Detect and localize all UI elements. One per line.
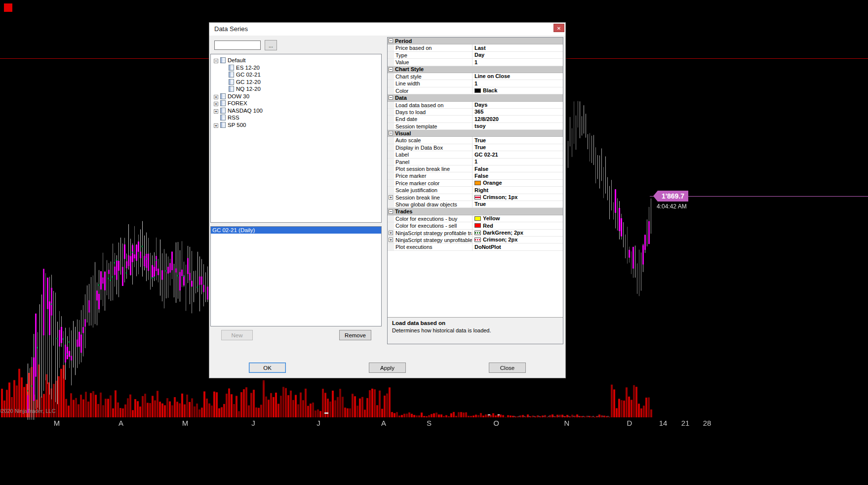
property-value[interactable]: Red xyxy=(473,222,563,229)
tree-item-forex[interactable]: +FOREX xyxy=(211,100,381,107)
apply-button[interactable]: Apply xyxy=(369,363,406,373)
property-value[interactable]: 1 xyxy=(473,159,563,165)
collapse-icon[interactable]: − xyxy=(214,59,218,63)
property-row-color-for-executions-buy[interactable]: Color for executions - buyYellow xyxy=(388,215,563,222)
expand-icon[interactable]: + xyxy=(389,238,393,242)
property-value[interactable]: tsoy xyxy=(473,123,563,129)
tree-item-default[interactable]: −Default xyxy=(211,57,381,64)
property-row-color[interactable]: ColorBlack xyxy=(388,87,563,94)
property-value[interactable]: True xyxy=(473,137,563,143)
instrument-browse-button[interactable]: ... xyxy=(265,40,277,50)
row-gutter xyxy=(388,243,394,250)
property-row-ninjascript-strategy-profitable-trade[interactable]: +NinjaScript strategy profitable tradeDa… xyxy=(388,230,563,237)
property-value[interactable]: False xyxy=(473,165,563,172)
color-swatch xyxy=(474,223,481,228)
property-value[interactable]: Crimson; 2px xyxy=(473,237,563,243)
property-row-scale-justification[interactable]: Scale justificationRight xyxy=(388,187,563,194)
tree-item-sp-500[interactable]: +SP 500 xyxy=(211,121,381,129)
property-value[interactable]: True xyxy=(473,201,563,207)
property-value[interactable]: DarkGreen; 2px xyxy=(473,230,563,236)
color-swatch xyxy=(474,88,481,93)
property-value[interactable]: Last xyxy=(473,44,563,51)
property-row-line-width[interactable]: Line width1 xyxy=(388,80,563,87)
property-value[interactable]: Crimson; 1px xyxy=(473,194,563,201)
close-button[interactable]: ✕ xyxy=(553,24,564,32)
property-value[interactable]: Right xyxy=(473,187,563,193)
property-row-panel[interactable]: Panel1 xyxy=(388,159,563,165)
tree-item-gc-12-20[interactable]: GC 12-20 xyxy=(211,79,381,86)
property-row-price-marker-color[interactable]: Price marker colorOrange xyxy=(388,180,563,187)
property-value[interactable]: Day xyxy=(473,52,563,58)
tree-item-label: GC 02-21 xyxy=(236,72,261,78)
collapse-icon[interactable]: − xyxy=(389,131,393,135)
property-row-ninjascript-strategy-unprofitable-tra[interactable]: +NinjaScript strategy unprofitable traCr… xyxy=(388,237,563,243)
expand-icon[interactable]: + xyxy=(389,195,393,200)
property-row-load-data-based-on[interactable]: Load data based onDays xyxy=(388,102,563,109)
category-row-period[interactable]: −Period xyxy=(388,38,563,44)
property-row-label[interactable]: LabelGC 02-21 xyxy=(388,151,563,158)
category-row-trades[interactable]: −Trades xyxy=(388,208,563,215)
collapse-icon[interactable]: − xyxy=(389,209,393,214)
category-row-chart-style[interactable]: −Chart Style xyxy=(388,66,563,73)
property-row-show-global-draw-objects[interactable]: Show global draw objectsTrue xyxy=(388,201,563,208)
expand-icon[interactable]: + xyxy=(214,123,218,128)
property-row-plot-session-break-line[interactable]: Plot session break lineFalse xyxy=(388,165,563,172)
property-row-type[interactable]: TypeDay xyxy=(388,52,563,59)
property-row-session-break-line[interactable]: +Session break lineCrimson; 1px xyxy=(388,194,563,201)
property-row-session-template[interactable]: Session templatetsoy xyxy=(388,123,563,130)
property-row-display-in-data-box[interactable]: Display in Data BoxTrue xyxy=(388,144,563,151)
tree-item-rss[interactable]: RSS xyxy=(211,114,381,121)
property-row-value[interactable]: Value1 xyxy=(388,59,563,66)
tree-item-nq-12-20[interactable]: NQ 12-20 xyxy=(211,85,381,93)
property-value[interactable]: Orange xyxy=(473,180,563,186)
property-row-price-based-on[interactable]: Price based onLast xyxy=(388,44,563,51)
property-value[interactable]: 1 xyxy=(473,80,563,86)
collapse-icon[interactable]: − xyxy=(389,67,393,72)
collapse-icon[interactable]: − xyxy=(389,39,393,43)
property-value[interactable]: 12/8/2020 xyxy=(473,116,563,122)
tree-item-es-12-20[interactable]: ES 12-20 xyxy=(211,64,381,72)
instrument-icon xyxy=(229,79,234,85)
property-value[interactable]: False xyxy=(473,172,563,179)
property-value[interactable]: Days xyxy=(473,102,563,108)
property-row-end-date[interactable]: End date12/8/2020 xyxy=(388,116,563,122)
property-value[interactable]: Black xyxy=(473,87,563,94)
series-list-item[interactable]: GC 02-21 (Daily) xyxy=(211,227,381,234)
collapse-icon[interactable]: − xyxy=(389,95,393,100)
tree-item-nasdaq-100[interactable]: +NASDAQ 100 xyxy=(211,107,381,115)
property-value-text: Day xyxy=(474,52,484,58)
property-label: Type xyxy=(394,52,473,58)
property-row-auto-scale[interactable]: Auto scaleTrue xyxy=(388,137,563,144)
instrument-filter-input[interactable] xyxy=(214,40,261,50)
color-swatch xyxy=(474,231,481,235)
expand-icon[interactable]: + xyxy=(389,231,393,235)
applied-series-list[interactable]: GC 02-21 (Daily) xyxy=(210,226,382,326)
property-value[interactable]: DoNotPlot xyxy=(473,243,563,250)
dialog-titlebar[interactable]: Data Series ✕ xyxy=(209,23,565,36)
property-value[interactable]: Yellow xyxy=(473,215,563,222)
tree-item-gc-02-21[interactable]: GC 02-21 xyxy=(211,71,381,79)
property-row-color-for-executions-sell[interactable]: Color for executions - sellRed xyxy=(388,222,563,229)
property-row-chart-style[interactable]: Chart styleLine on Close xyxy=(388,73,563,80)
instrument-icon xyxy=(220,115,226,121)
new-button[interactable]: New xyxy=(221,330,253,340)
property-value[interactable]: 1 xyxy=(473,59,563,65)
category-row-visual[interactable]: −Visual xyxy=(388,130,563,137)
property-row-days-to-load[interactable]: Days to load365 xyxy=(388,109,563,116)
property-row-price-marker[interactable]: Price markerFalse xyxy=(388,172,563,179)
expand-icon[interactable]: + xyxy=(214,109,218,114)
close-dialog-button[interactable]: Close xyxy=(489,363,526,373)
category-row-data[interactable]: −Data xyxy=(388,94,563,101)
instrument-tree[interactable]: −DefaultES 12-20GC 02-21GC 12-20NQ 12-20… xyxy=(210,54,382,223)
tree-item-dow-30[interactable]: +DOW 30 xyxy=(211,93,381,100)
property-value[interactable]: 365 xyxy=(473,109,563,115)
expand-icon[interactable]: + xyxy=(214,95,218,99)
property-row-plot-executions[interactable]: Plot executionsDoNotPlot xyxy=(388,243,563,250)
property-value[interactable]: Line on Close xyxy=(473,73,563,80)
ok-button[interactable]: OK xyxy=(249,363,286,373)
property-value[interactable]: True xyxy=(473,144,563,151)
axis-label-d: D xyxy=(627,419,632,427)
remove-button[interactable]: Remove xyxy=(339,330,371,340)
property-value[interactable]: GC 02-21 xyxy=(473,151,563,158)
expand-icon[interactable]: + xyxy=(214,102,218,106)
